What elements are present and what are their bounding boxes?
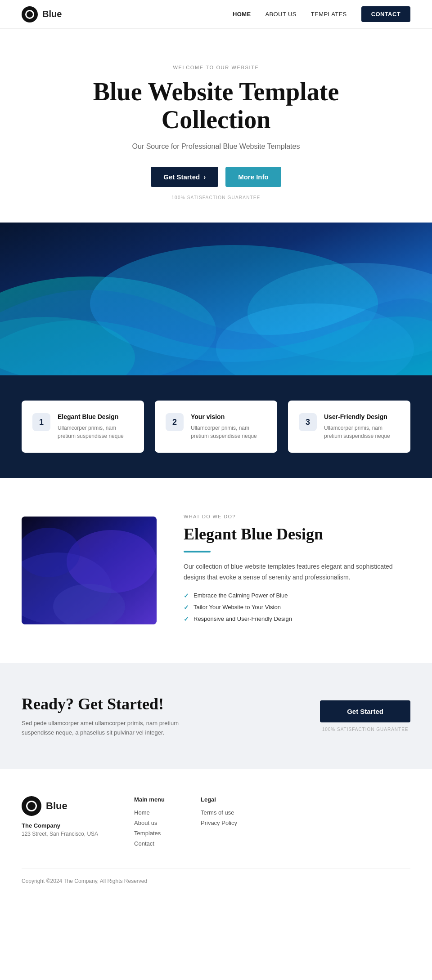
footer-logo-text: Blue — [46, 800, 68, 812]
check-item-3: ✓ Responsive and User-Friendly Design — [184, 615, 410, 623]
more-info-button[interactable]: More Info — [225, 167, 281, 187]
feature-num-1: 1 — [32, 413, 50, 431]
nav-templates[interactable]: TEMPLATES — [311, 11, 347, 18]
cta-desc: Sed pede ullamcorper amet ullamcorper pr… — [22, 719, 211, 738]
check-item-2: ✓ Tailor Your Website to Your Vision — [184, 604, 410, 611]
feature-desc-1: Ullamcorper primis, nam pretium suspendi… — [58, 424, 133, 440]
check-icon-3: ✓ — [184, 615, 189, 623]
feature-desc-2: Ullamcorper primis, nam pretium suspendi… — [191, 424, 266, 440]
feature-card-1: 1 Elegant Blue Design Ullamcorper primis… — [22, 401, 144, 453]
about-desc: Our collection of blue website templates… — [184, 561, 410, 583]
footer-link-privacy[interactable]: Privacy Policy — [201, 820, 237, 826]
footer: Blue The Company 123 Street, San Francis… — [0, 769, 432, 898]
feature-card-2: 2 Your vision Ullamcorper primis, nam pr… — [155, 401, 277, 453]
about-image — [22, 517, 157, 624]
about-section: WHAT DO WE DO? Elegant Blue Design Our c… — [0, 478, 432, 663]
check-item-1: ✓ Embrace the Calming Power of Blue — [184, 592, 410, 599]
nav-links: HOME ABOUT US TEMPLATES CONTACT — [233, 6, 410, 22]
feature-text-3: User-Friendly Design Ullamcorper primis,… — [324, 413, 400, 440]
feature-num-3: 3 — [299, 413, 317, 431]
footer-legal-menu: Legal Terms of use Privacy Policy — [201, 796, 237, 851]
svg-point-8 — [67, 530, 157, 593]
cta-section: Ready? Get Started! Sed pede ullamcorper… — [0, 663, 432, 769]
cta-get-started-button[interactable]: Get Started — [320, 700, 410, 722]
footer-logo-icon — [22, 796, 41, 816]
feature-title-2: Your vision — [191, 413, 266, 420]
nav-contact-button[interactable]: CONTACT — [361, 6, 410, 22]
cta-left: Ready? Get Started! Sed pede ullamcorper… — [22, 695, 211, 738]
footer-legal-label: Legal — [201, 796, 237, 803]
about-divider — [184, 551, 211, 552]
hero-image — [0, 223, 432, 375]
footer-address: 123 Street, San Francisco, USA — [22, 831, 98, 837]
footer-link-contact[interactable]: Contact — [134, 840, 165, 847]
footer-link-home[interactable]: Home — [134, 809, 165, 816]
check-icon-1: ✓ — [184, 592, 189, 599]
hero-subtitle: Our Source for Professional Blue Website… — [22, 143, 410, 151]
feature-text-2: Your vision Ullamcorper primis, nam pret… — [191, 413, 266, 440]
hero-guarantee: 100% SATISFACTION GUARANTEE — [22, 195, 410, 200]
feature-title-3: User-Friendly Design — [324, 413, 400, 420]
footer-link-templates[interactable]: Templates — [134, 830, 165, 837]
footer-link-terms[interactable]: Terms of use — [201, 809, 237, 816]
feature-text-1: Elegant Blue Design Ullamcorper primis, … — [58, 413, 133, 440]
cta-right: Get Started 100% SATISFACTION GUARANTEE — [320, 700, 410, 732]
features-grid: 1 Elegant Blue Design Ullamcorper primis… — [22, 401, 410, 453]
logo-text: Blue — [42, 9, 62, 19]
feature-desc-3: Ullamcorper primis, nam pretium suspendi… — [324, 424, 400, 440]
about-checklist: ✓ Embrace the Calming Power of Blue ✓ Ta… — [184, 592, 410, 623]
feature-card-3: 3 User-Friendly Design Ullamcorper primi… — [288, 401, 410, 453]
feature-title-1: Elegant Blue Design — [58, 413, 133, 420]
navbar: Blue HOME ABOUT US TEMPLATES CONTACT — [0, 0, 432, 29]
features-section: 1 Elegant Blue Design Ullamcorper primis… — [0, 375, 432, 478]
footer-main: Blue The Company 123 Street, San Francis… — [22, 796, 410, 851]
nav-about[interactable]: ABOUT US — [266, 11, 297, 18]
about-content: WHAT DO WE DO? Elegant Blue Design Our c… — [184, 514, 410, 627]
footer-main-menu: Main menu Home About us Templates Contac… — [134, 796, 165, 851]
hero-eyebrow: WELCOME TO OUR WEBSITE — [22, 65, 410, 70]
arrow-icon: › — [203, 173, 206, 181]
footer-brand: Blue The Company 123 Street, San Francis… — [22, 796, 98, 851]
feature-num-2: 2 — [166, 413, 184, 431]
about-eyebrow: WHAT DO WE DO? — [184, 514, 410, 519]
footer-company: The Company — [22, 822, 98, 829]
get-started-button[interactable]: Get Started › — [151, 167, 218, 187]
logo-icon — [22, 6, 38, 22]
footer-main-menu-label: Main menu — [134, 796, 165, 803]
footer-logo: Blue — [22, 796, 98, 816]
cta-guarantee: 100% SATISFACTION GUARANTEE — [320, 727, 410, 732]
footer-link-about[interactable]: About us — [134, 820, 165, 826]
check-icon-2: ✓ — [184, 604, 189, 611]
nav-home[interactable]: HOME — [233, 11, 251, 18]
hero-title: Blue Website Template Collection — [22, 78, 410, 134]
cta-title: Ready? Get Started! — [22, 695, 211, 713]
footer-copyright: Copyright ©2024 The Company, All Rights … — [22, 869, 410, 884]
hero-buttons: Get Started › More Info — [22, 167, 410, 187]
logo[interactable]: Blue — [22, 6, 62, 22]
hero-section: WELCOME TO OUR WEBSITE Blue Website Temp… — [0, 29, 432, 223]
about-title: Elegant Blue Design — [184, 525, 410, 543]
